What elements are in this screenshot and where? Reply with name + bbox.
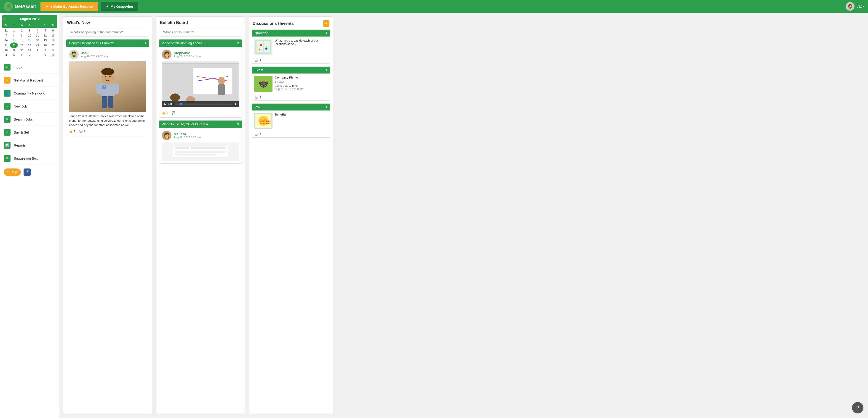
svg-point-19 [218, 77, 225, 85]
calendar-day-cell[interactable]: 10 [49, 53, 57, 57]
calendar-day-cell[interactable]: 4 [2, 53, 10, 57]
post-close-button[interactable]: X [144, 41, 146, 45]
calendar-header: ‹ August 2017 [2, 15, 57, 23]
bulletin-comment-button[interactable]: 💬 [172, 111, 175, 115]
calendar-day-cell[interactable]: 6 [18, 53, 26, 57]
comment-icon: 💬 [79, 130, 83, 133]
sidebar-item-inbox[interactable]: ✉Inbox [0, 61, 59, 74]
calendar-day-cell[interactable]: 28 [2, 48, 10, 53]
floating-help-bubble[interactable]: ? [852, 402, 863, 413]
play-icon[interactable]: ▶ [164, 103, 166, 106]
video-scene [162, 61, 239, 107]
svg-rect-25 [175, 146, 189, 149]
bulletin-email-author-name: Melissa [174, 132, 201, 136]
comment-icon-4: 💬 [255, 96, 258, 99]
calendar-day-cell[interactable]: 20 [49, 38, 57, 42]
event-type-label: Event [255, 68, 264, 72]
event-card-close[interactable]: X [325, 68, 328, 72]
calendar-day-cell[interactable]: 11 [34, 33, 41, 38]
svg-rect-27 [175, 151, 226, 153]
svg-rect-5 [100, 83, 115, 96]
calendar-day-cell[interactable]: 17 [26, 38, 33, 42]
bulletin-email-close[interactable]: X [237, 123, 239, 126]
sidebar-item-new-job[interactable]: ✦New Job [0, 100, 59, 113]
question-card-close[interactable]: X [325, 31, 328, 35]
calendar-day-cell[interactable]: 8 [10, 33, 18, 38]
search-jobs-label: Search Jobs [14, 117, 33, 121]
calendar-day-cell[interactable]: 18 [34, 38, 41, 42]
sidebar-item-suggestion[interactable]: ✉Suggestion Box [0, 152, 59, 165]
calendar-day-cell[interactable]: 10 [26, 33, 33, 38]
user-menu[interactable]: 🧔 Jack [846, 2, 864, 11]
calendar-day-cell[interactable]: 21 [2, 42, 10, 48]
calendar-day-cell[interactable]: 2 [18, 28, 26, 33]
whats-new-input[interactable] [67, 28, 148, 37]
calendar-day-cell[interactable]: 12 [41, 33, 49, 38]
calendar-body[interactable]: 3112345678910111213141516171819202122232… [2, 28, 57, 57]
benefits-svg: ★★★ BENEFITS BENEFITS [255, 114, 271, 128]
make-request-button[interactable]: ＋ + Make GetAssist Request [40, 2, 98, 11]
calendar-day-cell[interactable]: 5 [41, 28, 49, 33]
calendar-day-cell[interactable]: 14 [2, 38, 10, 42]
email-diagram [162, 142, 239, 161]
facebook-button[interactable]: f [24, 169, 31, 176]
new-job-icon: ✦ [4, 103, 10, 110]
calendar-day-cell[interactable]: 25 [34, 42, 41, 48]
poll-card-close[interactable]: X [325, 105, 328, 109]
calendar-day-cell[interactable]: 23 [18, 42, 26, 48]
calendar-day-cell[interactable]: 26 [41, 42, 49, 48]
calendar-day-cell[interactable]: 24 [26, 42, 33, 48]
calendar-day-cell[interactable]: 31 [2, 28, 10, 33]
calendar-day-cell[interactable]: 7 [26, 53, 33, 57]
calendar-day-cell[interactable]: 1 [34, 48, 41, 53]
calendar-day-cell[interactable]: 31 [26, 48, 33, 53]
calendar-day-cell[interactable]: 22 [10, 42, 18, 48]
calendar-day-cell[interactable]: 29 [10, 48, 18, 53]
comment-button[interactable]: 💬 3 [79, 130, 85, 133]
my-grapevine-button[interactable]: ✦ My Grapevine [101, 2, 138, 11]
calendar-day-cell[interactable]: 30 [18, 48, 26, 53]
bulletin-video-author-name: Stephanie [174, 51, 201, 55]
event-title: Company Picnic [275, 76, 328, 79]
sidebar-item-search-jobs[interactable]: 🔍Search Jobs [0, 113, 59, 126]
sidebar-item-reports[interactable]: 📊Reports [0, 139, 59, 152]
comment-icon-5: 💬 [255, 133, 258, 136]
bulletin-like-button[interactable]: 👍 3 [162, 111, 168, 115]
calendar-day-cell[interactable]: 3 [26, 28, 33, 33]
calendar-day-cell[interactable]: 3 [49, 48, 57, 53]
bulletin-video-title: Video of this morning's sales ... [162, 41, 206, 45]
download-icon[interactable]: ⬇ [235, 103, 237, 106]
calendar-day-cell[interactable]: 16 [18, 38, 26, 42]
calendar-days-header: MTWTFSS [2, 23, 57, 28]
video-player[interactable]: ▶ 0:00 ⬇ [162, 61, 239, 107]
calendar-day-cell[interactable]: 7 [2, 33, 10, 38]
calendar-day-cell[interactable]: 27 [49, 42, 57, 48]
discussions-add-button[interactable]: + [323, 20, 330, 27]
calendar-day-cell[interactable]: 15 [10, 38, 18, 42]
calendar-day-cell[interactable]: 9 [18, 33, 26, 38]
sidebar-item-community[interactable]: 👥Community Network [0, 87, 59, 100]
calendar-day-cell[interactable]: 9 [41, 53, 49, 57]
discussions-header: Discussions / Events + [249, 17, 333, 30]
question-card-body: What metro areas do each of our location… [252, 37, 330, 57]
bulletin-email-author-time: Aug 21, 2017 3:30 pm [174, 136, 201, 139]
like-button[interactable]: 👍 3 [69, 130, 75, 133]
svg-rect-7 [115, 83, 119, 94]
calendar-day-cell[interactable]: 8 [34, 53, 41, 57]
sidebar-item-buy-sell[interactable]: ⇄Buy & Sell [0, 126, 59, 139]
sidebar-item-get-assist[interactable]: ⚡Get Assist Request [0, 74, 59, 87]
calendar-day-cell[interactable]: 13 [49, 33, 57, 38]
calendar-day-cell[interactable]: 19 [41, 38, 49, 42]
discussions-panel: Discussions / Events + Question X [249, 16, 333, 414]
calendar-day-cell[interactable]: 5 [10, 53, 18, 57]
calendar-day-cell[interactable]: 6 [49, 28, 57, 33]
thumbs-up-icon-2: 👍 [162, 111, 165, 115]
help-button[interactable]: ? Help [4, 169, 21, 176]
calendar-day-cell[interactable]: 2 [41, 48, 49, 53]
video-progress-bar[interactable] [175, 104, 233, 105]
bulletin-input[interactable] [160, 28, 241, 37]
calendar-day-cell[interactable]: 1 [10, 28, 18, 33]
bulletin-video-close[interactable]: X [237, 41, 239, 45]
calendar-day-cell[interactable]: 4 [34, 28, 41, 33]
calendar-prev-button[interactable]: ‹ [4, 17, 5, 21]
